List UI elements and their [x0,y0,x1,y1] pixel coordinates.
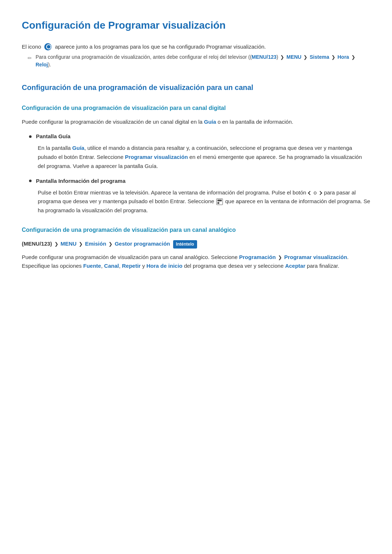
programacion-link[interactable]: Programación [239,254,276,260]
hora-link[interactable]: Hora [338,54,349,60]
note-line: ✏ Para configurar una programación de vi… [22,53,370,69]
left-chevron-icon [308,191,312,195]
section1-title: Configuración de una programación de vis… [22,82,370,93]
nav-chevron-3: ❯ [109,241,113,248]
menu123-link[interactable]: MENU/123 [252,54,276,60]
bullet-dot-2 [29,180,32,182]
bullet-dot-1 [29,135,32,138]
bullet-content-guia: En la pantalla Guía, utilice el mando a … [29,144,370,171]
try-it-badge[interactable]: Inténtelo [173,240,197,249]
canal-link[interactable]: Canal [104,263,119,269]
intro-text-before: El icono [22,42,41,51]
digital-intro: Puede configurar la programación de visu… [22,118,370,126]
sistema-link[interactable]: Sistema [310,54,329,60]
bullet-pantalla-info: Pantalla Información del programa Pulse … [29,177,370,215]
analog-menu-nav: (MENU/123) ❯ MENU ❯ Emisión ❯ Gestor pro… [22,239,370,249]
menu123-nav: (MENU/123) [22,241,52,247]
note-text: Para configurar una programación de visu… [36,53,370,69]
aceptar-link[interactable]: Aceptar [285,263,305,269]
emision-nav-link[interactable]: Emisión [85,241,106,247]
nav-chevron-1: ❯ [54,241,58,248]
bullet-title-info: Pantalla Información del programa [29,177,370,185]
programar-vis-link[interactable]: Programar visualización [125,154,188,160]
analog-content: Puede configurar una programación de vis… [22,253,370,270]
programar-vis-analog-link[interactable]: Programar visualización [284,254,347,260]
gestor-nav-link[interactable]: Gestor programación [115,241,170,247]
bullet-content-info: Pulse el botón Entrar mientras ve la tel… [29,188,370,215]
calendar-icon [216,198,223,205]
pencil-icon: ✏ [28,54,32,62]
menu-nav-link[interactable]: MENU [61,241,77,247]
subsection-digital-title: Configuración de una programación de vis… [22,103,370,113]
repetir-link[interactable]: Repetir [122,263,141,269]
bullet-pantalla-guia: Pantalla Guía En la pantalla Guía, utili… [29,132,370,171]
fuente-link[interactable]: Fuente [83,263,101,269]
guia-link[interactable]: Guía [204,119,216,125]
guia-inline-link[interactable]: Guía [72,145,84,151]
nav-chevron-2: ❯ [79,241,83,248]
hora-inicio-link[interactable]: Hora de inicio [147,263,183,269]
subsection-analog-title: Configuración de una programación de vis… [22,225,370,235]
reloj-link[interactable]: Reloj [36,62,48,67]
intro-line: El icono aparece junto a los programas p… [22,42,370,51]
bullet-title-guia: Pantalla Guía [29,132,370,141]
right-chevron-icon [318,191,322,195]
content-chevron: ❯ [278,254,282,262]
page-title: Configuración de Programar visualización [22,17,370,34]
intro-section: El icono aparece junto a los programas p… [22,42,370,69]
menu-link[interactable]: MENU [286,54,301,60]
programar-icon [44,43,52,50]
intro-text-after: aparece junto a los programas para los q… [55,42,266,51]
